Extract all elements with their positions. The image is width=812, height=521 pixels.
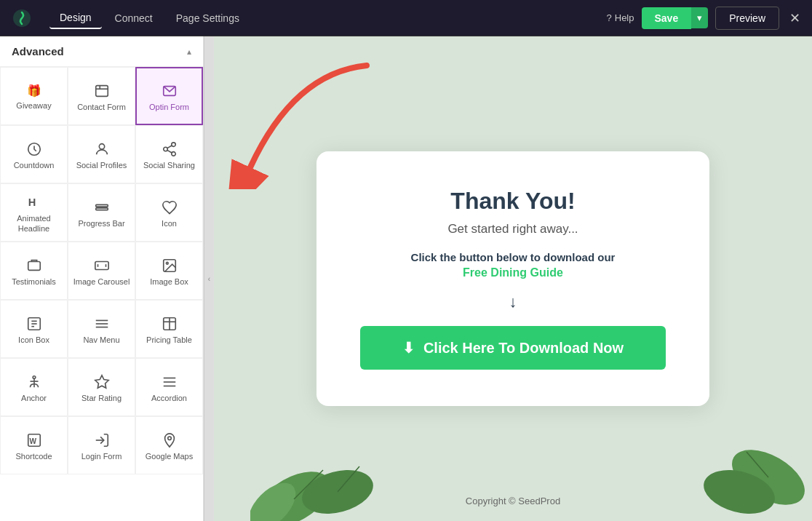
widget-icon <box>162 316 178 332</box>
widget-icon <box>94 258 110 274</box>
download-button[interactable]: ⬇ Click Here To Download Now <box>360 326 666 370</box>
widget-label: Optin Form <box>149 102 189 112</box>
widget-item-optin-form[interactable]: Optin Form <box>135 67 203 125</box>
main-layout: Advanced ▴ 🎁 Giveaway Contact Form Optin… <box>0 36 812 521</box>
svg-text:W: W <box>29 437 36 445</box>
widget-item-nav-menu[interactable]: Nav Menu <box>68 300 135 358</box>
svg-point-8 <box>171 152 175 156</box>
widget-label: Anchor <box>21 393 47 403</box>
preview-button[interactable]: Preview <box>715 7 779 30</box>
sidebar-collapse-handle[interactable]: ‹ <box>204 36 214 521</box>
widget-label: Progress Bar <box>78 218 124 228</box>
topnav-actions: ? Help Save ▾ Preview ✕ <box>607 7 800 30</box>
widget-item-animated-headline[interactable]: H Animated Headline <box>0 183 68 242</box>
widget-item-shortcode[interactable]: W Shortcode <box>0 416 68 474</box>
widget-item-icon-box[interactable]: Icon Box <box>0 300 68 358</box>
widget-item-icon[interactable]: Icon <box>135 183 203 242</box>
widget-item-anchor[interactable]: Anchor <box>0 358 68 416</box>
top-navigation: Design Connect Page Settings ? Help Save… <box>0 0 812 36</box>
widget-label: Icon <box>162 218 177 228</box>
widget-label: Pricing Table <box>146 335 192 345</box>
svg-point-30 <box>33 376 36 379</box>
widget-label: Countdown <box>14 160 55 170</box>
sidebar-header: Advanced ▴ <box>0 36 203 67</box>
widget-label: Social Profiles <box>76 160 127 170</box>
widget-item-social-profiles[interactable]: Social Profiles <box>68 125 135 183</box>
thank-you-card: Thank You! Get started right away... Cli… <box>317 151 709 406</box>
widget-label: Login Form <box>81 451 122 461</box>
widget-icon <box>162 258 178 274</box>
chevron-up-icon: ▴ <box>187 47 191 57</box>
widget-label: Image Box <box>150 277 188 287</box>
widget-item-giveaway[interactable]: 🎁 Giveaway <box>0 67 68 125</box>
red-arrow <box>214 58 374 189</box>
widget-item-countdown[interactable]: Countdown <box>0 125 68 183</box>
download-icon: ⬇ <box>402 339 415 357</box>
save-dropdown-button[interactable]: ▾ <box>691 7 708 28</box>
widget-item-image-box[interactable]: Image Box <box>135 242 203 300</box>
widget-icon <box>162 83 178 99</box>
widget-label: Shortcode <box>15 451 52 461</box>
widget-grid: 🎁 Giveaway Contact Form Optin Form Count… <box>0 67 203 474</box>
canvas-footer: Copyright © SeedProd <box>466 496 560 506</box>
widget-icon <box>26 374 42 390</box>
svg-rect-15 <box>95 261 108 269</box>
widget-label: Image Carousel <box>73 277 130 287</box>
svg-rect-0 <box>95 86 108 97</box>
widget-label: Testimonials <box>12 277 56 287</box>
widget-label: Nav Menu <box>83 335 119 345</box>
widget-item-pricing-table[interactable]: Pricing Table <box>135 300 203 358</box>
widget-item-star-rating[interactable]: Star Rating <box>68 358 135 416</box>
widget-icon <box>162 199 178 215</box>
widget-icon <box>94 432 110 448</box>
card-subtitle: Get started right away... <box>360 222 666 236</box>
tab-connect[interactable]: Connect <box>105 7 163 29</box>
svg-point-7 <box>163 147 167 151</box>
card-body-text: Click the button below to download our <box>360 251 666 263</box>
widget-icon: W <box>26 432 42 448</box>
card-link-text: Free Dining Guide <box>360 266 666 279</box>
widget-icon: 🎁 <box>27 84 41 98</box>
widget-item-google-maps[interactable]: Google Maps <box>135 416 203 474</box>
widget-icon <box>94 316 110 332</box>
widget-icon <box>26 258 42 274</box>
card-title: Thank You! <box>360 188 666 215</box>
chevron-down-icon: ▾ <box>697 12 702 23</box>
nav-tabs: Design Connect Page Settings <box>49 7 250 29</box>
svg-point-19 <box>166 262 168 264</box>
widget-icon <box>94 141 110 157</box>
widget-item-image-carousel[interactable]: Image Carousel <box>68 242 135 300</box>
widget-item-login-form[interactable]: Login Form <box>68 416 135 474</box>
save-button[interactable]: Save <box>642 7 692 29</box>
widget-label: Icon Box <box>18 335 49 345</box>
widget-icon <box>26 316 42 332</box>
svg-line-9 <box>167 150 171 153</box>
widget-item-social-sharing[interactable]: Social Sharing <box>135 125 203 183</box>
arrow-down-icon: ↓ <box>360 293 666 311</box>
question-icon: ? <box>607 12 612 23</box>
tab-design[interactable]: Design <box>49 7 102 29</box>
widget-icon <box>162 432 178 448</box>
svg-line-10 <box>167 146 171 148</box>
collapse-icon: ‹ <box>208 275 210 283</box>
widget-item-progress-bar[interactable]: Progress Bar <box>68 183 135 242</box>
widget-icon <box>94 374 110 390</box>
widget-label: Contact Form <box>77 102 126 112</box>
widget-label: Accordion <box>151 393 187 403</box>
svg-rect-13 <box>95 208 108 210</box>
download-button-label: Click Here To Download Now <box>423 340 624 357</box>
widget-item-testimonials[interactable]: Testimonials <box>0 242 68 300</box>
widget-label: Giveaway <box>16 100 51 111</box>
close-button[interactable]: ✕ <box>789 10 800 26</box>
widget-label: Star Rating <box>81 393 122 403</box>
widget-icon <box>162 374 178 390</box>
decorative-leaves-right <box>696 419 812 521</box>
svg-rect-12 <box>95 204 108 207</box>
widget-item-contact-form[interactable]: Contact Form <box>68 67 135 125</box>
widget-item-accordion[interactable]: Accordion <box>135 358 203 416</box>
copyright-text: Copyright © SeedProd <box>466 496 560 506</box>
tab-page-settings[interactable]: Page Settings <box>166 7 250 29</box>
help-button[interactable]: ? Help <box>607 12 634 23</box>
widget-icon <box>94 83 110 99</box>
widget-icon <box>162 141 178 157</box>
